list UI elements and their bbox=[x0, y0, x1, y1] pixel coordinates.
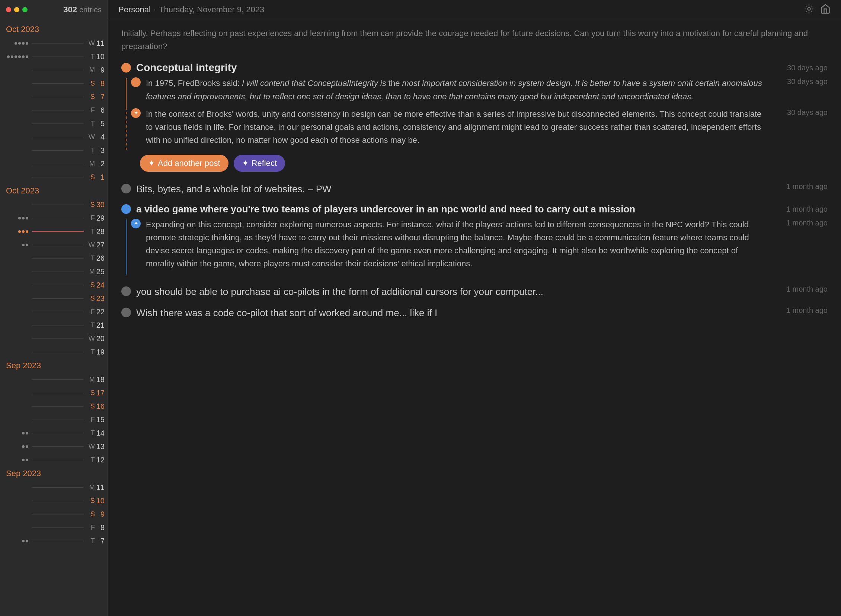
cal-dots bbox=[6, 42, 28, 45]
entry-time-bits: 1 month ago bbox=[768, 182, 828, 191]
cal-row[interactable]: S 23 bbox=[0, 292, 107, 305]
cal-row[interactable]: T 3 bbox=[0, 144, 107, 157]
entry-title: Conceptual integrity bbox=[136, 62, 763, 74]
cal-line bbox=[32, 83, 84, 84]
cal-row[interactable]: S 1 bbox=[0, 170, 107, 184]
day-num: 25 bbox=[96, 267, 104, 276]
cal-line bbox=[32, 528, 84, 528]
day-num: 15 bbox=[96, 415, 104, 424]
add-another-post-button[interactable]: ✦ Add another post bbox=[140, 155, 229, 172]
cal-row[interactable]: W 4 bbox=[0, 130, 107, 144]
day-label: T bbox=[87, 456, 95, 464]
day-label: M bbox=[87, 160, 95, 168]
main-header: Personal · Thursday, November 9, 2023 bbox=[108, 0, 841, 19]
day-num: 22 bbox=[96, 308, 104, 316]
day-label: S bbox=[87, 281, 95, 289]
day-label: S bbox=[87, 402, 95, 410]
cal-line bbox=[32, 258, 84, 258]
cal-row[interactable]: S 8 bbox=[0, 77, 107, 90]
entry-code-copilot: Wish there was a code co-pilot that sort… bbox=[108, 306, 841, 320]
day-label: W bbox=[87, 40, 95, 47]
cal-line bbox=[32, 406, 84, 406]
day-num: 6 bbox=[96, 106, 104, 114]
entry-title-code: Wish there was a code co-pilot that sort… bbox=[136, 306, 763, 320]
cal-row[interactable]: T 26 bbox=[0, 251, 107, 265]
sub-time-game: 1 month ago bbox=[768, 218, 828, 227]
cal-row[interactable]: M 9 bbox=[0, 63, 107, 77]
cal-row[interactable]: S 10 bbox=[0, 494, 107, 507]
cal-row[interactable]: W 27 bbox=[0, 238, 107, 251]
day-label: W bbox=[87, 335, 95, 343]
minimize-button[interactable] bbox=[14, 7, 19, 12]
maximize-button[interactable] bbox=[22, 7, 28, 12]
dot bbox=[7, 56, 10, 58]
cal-row[interactable]: F 8 bbox=[0, 521, 107, 534]
entry-time-game: 1 month ago bbox=[768, 205, 828, 214]
cal-row[interactable]: F 29 bbox=[0, 211, 107, 225]
cal-row[interactable]: T 21 bbox=[0, 318, 107, 332]
dot bbox=[18, 56, 21, 58]
header-icons bbox=[804, 4, 831, 16]
entry-time: 30 days ago bbox=[768, 64, 828, 72]
day-label: W bbox=[87, 133, 95, 141]
dot bbox=[18, 42, 21, 45]
cal-row[interactable]: M 2 bbox=[0, 157, 107, 170]
cal-line bbox=[32, 57, 84, 57]
calendar-scroll[interactable]: Oct 2023 W 11 T 10 bbox=[0, 19, 107, 616]
settings-icon[interactable] bbox=[804, 4, 814, 16]
close-button[interactable] bbox=[6, 7, 11, 12]
cal-row[interactable]: S 7 bbox=[0, 90, 107, 103]
cal-line bbox=[32, 298, 84, 299]
day-num: 21 bbox=[96, 321, 104, 330]
month-label-sep2: Sep 2023 bbox=[0, 466, 107, 481]
day-num: 24 bbox=[96, 281, 104, 289]
day-num: 27 bbox=[96, 241, 104, 249]
entry-header-game: a video game where you're two teams of p… bbox=[121, 204, 828, 215]
plain-header: Bits, bytes, and a whole lot of websites… bbox=[121, 182, 828, 196]
cal-row[interactable]: T 12 bbox=[0, 453, 107, 466]
sub-dot-ai-orange: ✦ bbox=[131, 108, 141, 118]
entry-video-game: a video game where you're two teams of p… bbox=[108, 204, 841, 275]
cal-row[interactable]: W 13 bbox=[0, 440, 107, 453]
cal-row[interactable]: T 10 bbox=[0, 50, 107, 63]
dot bbox=[26, 243, 28, 246]
add-post-icon: ✦ bbox=[148, 158, 155, 168]
cal-row[interactable]: T 5 bbox=[0, 117, 107, 130]
month-label-oct2: Oct 2023 bbox=[0, 184, 107, 198]
cal-line bbox=[32, 137, 84, 137]
cal-row[interactable]: M 18 bbox=[0, 373, 107, 386]
cal-row[interactable]: F 15 bbox=[0, 413, 107, 426]
cal-row[interactable]: S 30 bbox=[0, 198, 107, 211]
day-label: T bbox=[87, 537, 95, 545]
day-label: T bbox=[87, 228, 95, 235]
cal-row[interactable]: S 17 bbox=[0, 386, 107, 399]
cal-row[interactable]: W 20 bbox=[0, 332, 107, 345]
cal-row[interactable]: M 25 bbox=[0, 265, 107, 278]
cal-row[interactable]: S 16 bbox=[0, 399, 107, 413]
cal-row[interactable]: T 14 bbox=[0, 426, 107, 440]
cal-dots bbox=[6, 445, 28, 448]
cal-row[interactable]: T 7 bbox=[0, 534, 107, 547]
header-title: Personal bbox=[118, 5, 151, 15]
cal-line bbox=[32, 501, 84, 501]
cal-row[interactable]: T 28 bbox=[0, 225, 107, 238]
cal-line bbox=[32, 110, 84, 110]
cal-line bbox=[32, 177, 84, 177]
cal-row[interactable]: M 11 bbox=[0, 481, 107, 494]
sub-dot-ai-blue: ✦ bbox=[131, 219, 141, 229]
cal-row[interactable]: S 9 bbox=[0, 507, 107, 521]
dot bbox=[22, 42, 25, 45]
content-scroll[interactable]: Initially. Perhaps reflecting on past ex… bbox=[108, 19, 841, 616]
cal-row[interactable]: T 19 bbox=[0, 345, 107, 359]
cal-row[interactable]: W 11 bbox=[0, 37, 107, 50]
day-num: 16 bbox=[96, 402, 104, 411]
cal-row[interactable]: S 24 bbox=[0, 278, 107, 292]
cal-line bbox=[32, 164, 84, 164]
cal-line bbox=[32, 339, 84, 339]
cal-row[interactable]: F 22 bbox=[0, 305, 107, 318]
home-icon[interactable] bbox=[820, 4, 831, 16]
main-content: Personal · Thursday, November 9, 2023 In… bbox=[108, 0, 841, 616]
day-label: F bbox=[87, 214, 95, 222]
cal-row[interactable]: F 6 bbox=[0, 103, 107, 117]
reflect-button[interactable]: ✦ Reflect bbox=[234, 155, 285, 172]
